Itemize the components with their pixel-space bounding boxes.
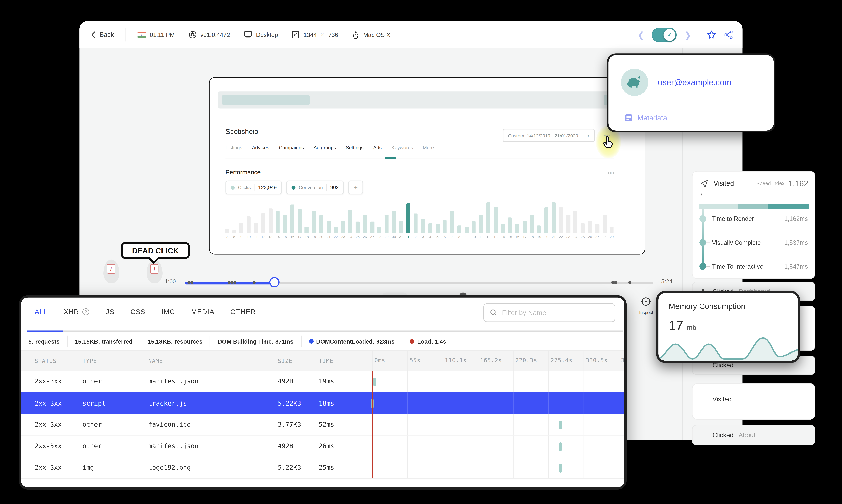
date-range-select[interactable]: Custom: 14/12/2019 - 21/01/2020 ▾ [503,129,595,142]
cell-size: 3.77KB [278,421,319,428]
page-tab-keywords[interactable]: Keywords [391,145,413,150]
event-dot [190,281,193,284]
network-tab-xhr[interactable]: XHR? [64,308,90,316]
chart-bar [486,202,490,233]
network-tab-media[interactable]: MEDIA [191,308,214,316]
cell-time: 19ms [319,378,353,385]
inspect-crosshair-icon [641,296,652,307]
navigate-icon [700,179,709,188]
chart-x-label: 8 [233,234,235,239]
event-target: About [739,432,755,438]
network-panel: ALLXHR?JSCSSIMGMEDIAOTHER 5: requests15.… [19,295,627,489]
res-height: 736 [328,31,338,38]
metric-dot [291,185,295,190]
page-tab-more[interactable]: More [423,145,434,150]
filter-field[interactable] [483,303,615,322]
event-dot [228,281,230,284]
user-email[interactable]: user@example.com [658,78,731,87]
waterfall-gridline [478,414,478,435]
chart-x-label: 12 [261,234,265,239]
column-header-status[interactable]: STATUS [35,358,82,364]
page-tab-campaigns[interactable]: Campaigns [279,145,304,150]
load-phases-bar [699,204,809,209]
memory-consumption-card: Memory Consumption 17 mb [656,291,800,363]
request-row-manifest.json[interactable]: 2xx-3xxothermanifest.json492B26ms [21,436,624,457]
network-tab-css[interactable]: CSS [130,308,145,316]
metric-chip-conversion[interactable]: Conversion902 [286,181,344,194]
column-header-size[interactable]: SIZE [278,358,319,364]
request-row-manifest.json[interactable]: 2xx-3xxothermanifest.json492B19ms [21,371,624,392]
chart-x-label: 23 [566,234,570,239]
chart-x-label: 3 [422,234,424,239]
visited-event-card[interactable]: Visited Speed Index 1,162 / Time to Rend… [692,171,815,279]
waterfall-gridline [513,392,514,414]
phase-dot [699,239,706,246]
chart-x-label: 25 [356,234,360,239]
table-header: STATUSTYPENAMESIZETIME0ms55s110.1s165.2s… [21,351,624,371]
waterfall-bar [371,399,374,408]
filter-input[interactable] [502,309,609,317]
next-session-button[interactable]: ❯ [684,30,691,39]
waterfall-gridline [372,351,373,371]
network-tab-other[interactable]: OTHER [230,308,256,316]
request-row-favicon.ico[interactable]: 2xx-3xxotherfavicon.ico3.77KB52ms [21,414,624,435]
visited-path: / [701,192,702,198]
waterfall-gridline [548,392,549,414]
metric-chips: Clicks123,949Conversion902+ [226,181,363,194]
page-tab-settings[interactable]: Settings [346,145,363,150]
chart-x-label: 19 [312,234,316,239]
cell-status: 2xx-3xx [35,443,82,450]
network-tab-js[interactable]: JS [106,308,114,316]
issue-marker-icon[interactable]: i [107,264,115,274]
issue-marker-icon[interactable]: i [150,264,159,274]
more-menu-icon[interactable]: ••• [607,170,615,176]
waterfall-gridline [478,436,478,457]
chart-bar [552,202,556,233]
phase-metric-row: Visually Complete1,537ms [699,238,808,247]
column-header-type[interactable]: TYPE [82,358,148,364]
network-tab-img[interactable]: IMG [161,308,175,316]
speed-index-value: 1,162 [788,179,808,188]
page-tab-listings[interactable]: Listings [226,145,242,150]
inspect-button[interactable]: Inspect [639,296,653,315]
chart-bar [581,223,585,233]
metric-chip-clicks[interactable]: Clicks123,949 [226,181,282,194]
autoplay-toggle[interactable]: ✓ [652,28,677,42]
event-row-clicked-about[interactable]: Clicked About [692,425,815,445]
chart-bar [407,203,411,233]
performance-section-title: Performance [226,169,261,175]
request-row-logo192.png[interactable]: 2xx-3xximglogo192.png5.22KB25ms [21,457,624,479]
share-button[interactable] [724,30,733,39]
event-dot [253,281,255,284]
add-metric-button[interactable]: + [348,181,363,194]
cell-time: 18ms [319,399,353,407]
event-dot [187,281,190,284]
column-header-time[interactable]: TIME [319,358,353,364]
timeline-scrubber-handle[interactable] [269,277,280,287]
request-row-tracker.js[interactable]: 2xx-3xxscripttracker.js5.22KB18ms [21,392,624,414]
chart-bar [530,215,534,233]
os-label: Mac OS X [363,31,390,38]
performance-bar-chart: 7891011121314151617181920212223242526272… [223,198,615,239]
load-phase-segment [699,204,738,209]
back-button[interactable]: Back [91,31,114,38]
phase-dot [699,215,706,222]
page-tab-ads[interactable]: Ads [373,145,382,150]
chart-x-label: 7 [451,234,453,239]
chart-bar [326,221,330,233]
chart-x-label: 12 [486,234,490,239]
page-tab-ad-groups[interactable]: Ad groups [313,145,336,150]
metadata-button[interactable]: Metadata [624,114,667,122]
chart-bar [610,227,614,233]
active-tab-underline [27,330,63,332]
page-tab-advices[interactable]: Advices [252,145,269,150]
metadata-label: Metadata [638,114,667,122]
favorite-star-button[interactable] [707,30,716,39]
summary-stat: 15.18KB: resources [140,336,210,347]
waterfall-gridline [548,414,549,435]
event-row-visited[interactable]: Visited [692,383,815,420]
prev-session-button[interactable]: ❮ [638,30,644,39]
session-resolution: 1344 × 736 [292,31,338,39]
column-header-name[interactable]: NAME [148,358,278,364]
network-tab-all[interactable]: ALL [35,308,48,316]
